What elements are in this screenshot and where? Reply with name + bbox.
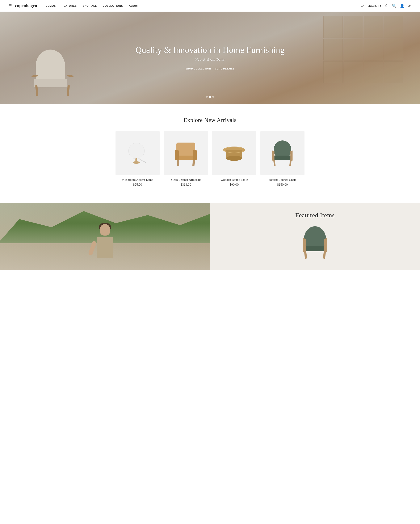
product-price-table: $90.00 bbox=[212, 183, 256, 186]
svg-point-11 bbox=[226, 156, 242, 161]
language-selector[interactable]: ENGLISH ▼ bbox=[368, 4, 382, 7]
shop-collection-button[interactable]: SHOP COLLECTION bbox=[185, 67, 211, 71]
hero-buttons: SHOP COLLECTION MORE DETAILS bbox=[135, 67, 285, 71]
svg-point-2 bbox=[133, 161, 140, 164]
hero-dots bbox=[206, 96, 214, 98]
featured-content: Featured Items bbox=[210, 203, 420, 270]
product-card-lamp[interactable]: Mushroom Accent Lamp $55.00 bbox=[115, 131, 160, 186]
product-card-lounge[interactable]: Accent Lounge Chair $150.00 bbox=[260, 131, 305, 186]
navbar: ☰ copenhagen DEMOS FEATURES SHOP ALL COL… bbox=[0, 0, 420, 12]
lounge-svg bbox=[268, 138, 297, 168]
table-svg bbox=[219, 138, 249, 168]
person-arm bbox=[88, 241, 97, 256]
product-name-lounge: Accent Lounge Chair bbox=[260, 178, 305, 182]
new-arrivals-title: Explore New Arrivals bbox=[115, 117, 305, 123]
lamp-svg bbox=[125, 138, 150, 168]
svg-point-0 bbox=[129, 143, 144, 159]
svg-rect-20 bbox=[323, 251, 326, 259]
product-image-lounge bbox=[260, 131, 305, 175]
cart-icon[interactable]: 🛍 bbox=[408, 4, 411, 8]
person-body bbox=[96, 236, 114, 258]
hero-navigation: ‹ › bbox=[202, 95, 218, 99]
locale-selector[interactable]: CA bbox=[360, 4, 364, 7]
svg-rect-16 bbox=[289, 160, 291, 166]
account-icon[interactable]: 👤 bbox=[400, 4, 404, 8]
featured-chair-display bbox=[298, 224, 332, 262]
hero-dot-2[interactable] bbox=[209, 96, 211, 98]
product-grid: Mushroom Accent Lamp $55.00 bbox=[115, 131, 305, 186]
nav-link-about[interactable]: ABOUT bbox=[129, 4, 139, 7]
hero-title: Quality & Innovation in Home Furnishing bbox=[135, 45, 285, 55]
product-card-table[interactable]: Wooden Round Table $90.00 bbox=[212, 131, 256, 186]
hero-dot-3[interactable] bbox=[212, 96, 214, 98]
svg-rect-8 bbox=[192, 160, 195, 166]
svg-rect-6 bbox=[193, 150, 197, 160]
svg-rect-5 bbox=[175, 150, 179, 160]
svg-rect-18 bbox=[303, 246, 327, 251]
new-arrivals-section: Explore New Arrivals Mushroom Accent Lam… bbox=[107, 104, 313, 195]
hero-banner: Quality & Innovation in Home Furnishing … bbox=[0, 12, 420, 104]
featured-chair-svg bbox=[298, 224, 332, 262]
svg-rect-14 bbox=[272, 156, 293, 160]
product-price-lounge: $150.00 bbox=[260, 183, 305, 186]
hero-next-arrow[interactable]: › bbox=[217, 95, 218, 99]
product-name-lamp: Mushroom Accent Lamp bbox=[115, 178, 160, 182]
hero-dot-1[interactable] bbox=[206, 96, 208, 98]
person-head bbox=[100, 224, 110, 236]
search-icon[interactable]: 🔍 bbox=[392, 4, 396, 8]
product-image-lamp bbox=[115, 131, 160, 175]
site-logo[interactable]: copenhagen bbox=[15, 3, 37, 8]
more-details-button[interactable]: MORE DETAILS bbox=[214, 67, 235, 71]
nav-right: CA ENGLISH ▼ ☾ 🔍 👤 🛍 bbox=[360, 4, 411, 8]
nav-link-collections[interactable]: COLLECTIONS bbox=[103, 4, 123, 7]
product-name-table: Wooden Round Table bbox=[212, 178, 256, 182]
product-price-lamp: $55.00 bbox=[115, 183, 160, 186]
svg-rect-15 bbox=[273, 160, 276, 166]
product-image-armchair bbox=[164, 131, 208, 175]
armchair-svg bbox=[171, 138, 201, 168]
nav-links: DEMOS FEATURES SHOP ALL COLLECTIONS ABOU… bbox=[45, 4, 360, 7]
svg-rect-19 bbox=[304, 251, 307, 259]
product-image-table bbox=[212, 131, 256, 175]
hero-prev-arrow[interactable]: ‹ bbox=[202, 95, 203, 99]
dark-mode-icon[interactable]: ☾ bbox=[385, 4, 388, 8]
hero-subtitle: New Arrivals Daily bbox=[135, 58, 285, 62]
featured-section: Featured Items bbox=[0, 203, 420, 270]
hero-content: Quality & Innovation in Home Furnishing … bbox=[135, 45, 285, 71]
nav-link-shop-all[interactable]: SHOP ALL bbox=[83, 4, 97, 7]
featured-title: Featured Items bbox=[295, 212, 335, 219]
person-decoration bbox=[84, 220, 126, 270]
product-name-armchair: Sleek Leather Armchair bbox=[164, 178, 208, 182]
product-card-armchair[interactable]: Sleek Leather Armchair $319.00 bbox=[164, 131, 208, 186]
featured-image bbox=[0, 203, 210, 270]
hamburger-icon[interactable]: ☰ bbox=[9, 4, 12, 8]
product-price-armchair: $319.00 bbox=[164, 183, 208, 186]
svg-rect-7 bbox=[177, 160, 179, 166]
nav-link-features[interactable]: FEATURES bbox=[62, 4, 77, 7]
nav-link-demos[interactable]: DEMOS bbox=[45, 4, 56, 7]
